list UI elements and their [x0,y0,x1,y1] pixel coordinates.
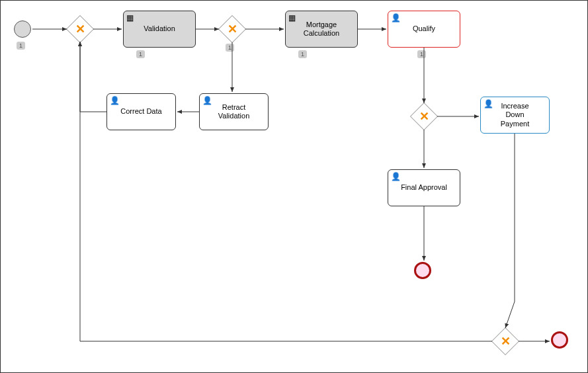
task-qualify-label: Qualify [413,24,435,33]
gateway-3[interactable]: ✕ [414,106,434,126]
badge-gw2: 1 [226,44,234,52]
start-event[interactable] [14,21,31,38]
business-rule-icon: ▦ [288,13,296,22]
bpmn-canvas: 1 ✕ ▦ Validation 1 ✕ 1 ▦ Mortgage Calcul… [0,0,588,373]
gateway-4[interactable]: ✕ [495,331,515,351]
task-retract-label: Retract Validation [218,103,250,120]
edges-layer [1,1,587,372]
task-increase-label: Increase Down Payment [501,102,529,128]
user-icon: 👤 [110,96,120,105]
task-retract-validation[interactable]: 👤 Retract Validation [199,93,269,130]
user-icon: 👤 [483,99,493,108]
user-icon: 👤 [391,172,401,181]
end-event-2[interactable] [551,331,568,349]
gateway-2[interactable]: ✕ [222,19,242,39]
badge-qualify: 1 [417,50,426,58]
task-increase-down-payment[interactable]: 👤 Increase Down Payment [480,97,550,134]
task-correct-label: Correct Data [120,107,161,116]
badge-start: 1 [17,42,25,50]
task-final-approval[interactable]: 👤 Final Approval [388,169,460,206]
task-mortgage-label: Mortgage Calculation [304,21,339,38]
badge-mortgage: 1 [298,50,307,58]
end-event-1[interactable] [414,262,431,279]
task-validation-label: Validation [144,24,175,33]
user-icon: 👤 [202,96,212,105]
badge-validation: 1 [136,50,145,58]
gateway-1[interactable]: ✕ [70,19,90,39]
task-mortgage-calculation[interactable]: ▦ Mortgage Calculation [285,11,358,48]
task-qualify[interactable]: 👤 Qualify [388,11,460,48]
task-final-label: Final Approval [401,183,447,192]
user-icon: 👤 [391,13,401,22]
task-correct-data[interactable]: 👤 Correct Data [106,93,176,130]
task-validation[interactable]: ▦ Validation [123,11,196,48]
business-rule-icon: ▦ [126,13,134,22]
